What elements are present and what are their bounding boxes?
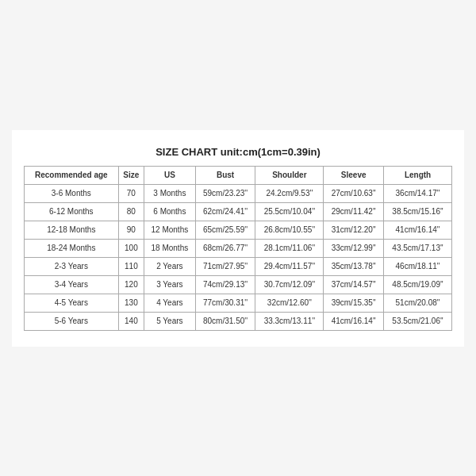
table-cell: 130 (118, 294, 144, 312)
table-row: 3-6 Months703 Months59cm/23.23''24.2cm/9… (25, 184, 452, 202)
table-cell: 4 Years (144, 294, 196, 312)
table-cell: 41cm/16.14'' (324, 312, 384, 330)
table-cell: 29.4cm/11.57'' (255, 257, 324, 275)
table-cell: 2 Years (144, 257, 196, 275)
table-cell: 33cm/12.99'' (324, 239, 384, 257)
column-header: Recommended age (25, 166, 119, 184)
table-row: 18-24 Months10018 Months68cm/26.77''28.1… (25, 239, 452, 257)
table-cell: 59cm/23.23'' (195, 184, 255, 202)
table-cell: 53.5cm/21.06'' (384, 312, 452, 330)
column-header: Size (118, 166, 144, 184)
table-cell: 18-24 Months (25, 239, 119, 257)
table-cell: 80 (118, 202, 144, 221)
table-body: 3-6 Months703 Months59cm/23.23''24.2cm/9… (25, 184, 452, 330)
table-cell: 48.5cm/19.09'' (384, 275, 452, 294)
size-chart-container: SIZE CHART unit:cm(1cm=0.39in) Recommend… (12, 130, 464, 347)
table-cell: 65cm/25.59'' (195, 221, 255, 239)
table-cell: 35cm/13.78'' (324, 257, 384, 275)
table-cell: 3 Years (144, 275, 196, 294)
table-cell: 32cm/12.60'' (255, 294, 324, 312)
table-cell: 71cm/27.95'' (195, 257, 255, 275)
table-cell: 120 (118, 275, 144, 294)
table-cell: 62cm/24.41'' (195, 202, 255, 221)
table-cell: 24.2cm/9.53'' (255, 184, 324, 202)
table-cell: 110 (118, 257, 144, 275)
table-cell: 6-12 Months (25, 202, 119, 221)
table-cell: 18 Months (144, 239, 196, 257)
chart-title: SIZE CHART unit:cm(1cm=0.39in) (24, 146, 452, 158)
column-header: Length (384, 166, 452, 184)
table-header-row: Recommended ageSizeUSBustShoulderSleeveL… (25, 166, 452, 184)
column-header: Shoulder (255, 166, 324, 184)
table-row: 4-5 Years1304 Years77cm/30.31''32cm/12.6… (25, 294, 452, 312)
column-header: Sleeve (324, 166, 384, 184)
table-cell: 37cm/14.57'' (324, 275, 384, 294)
table-cell: 3-6 Months (25, 184, 119, 202)
table-row: 6-12 Months806 Months62cm/24.41''25.5cm/… (25, 202, 452, 221)
column-header: Bust (195, 166, 255, 184)
table-cell: 28.1cm/11.06'' (255, 239, 324, 257)
table-cell: 77cm/30.31'' (195, 294, 255, 312)
table-cell: 100 (118, 239, 144, 257)
table-cell: 68cm/26.77'' (195, 239, 255, 257)
table-row: 12-18 Months9012 Months65cm/25.59''26.8c… (25, 221, 452, 239)
table-cell: 6 Months (144, 202, 196, 221)
size-table: Recommended ageSizeUSBustShoulderSleeveL… (24, 166, 452, 331)
table-cell: 5 Years (144, 312, 196, 330)
column-header: US (144, 166, 196, 184)
table-cell: 36cm/14.17'' (384, 184, 452, 202)
table-cell: 25.5cm/10.04'' (255, 202, 324, 221)
table-cell: 33.3cm/13.11'' (255, 312, 324, 330)
table-cell: 90 (118, 221, 144, 239)
table-cell: 27cm/10.63'' (324, 184, 384, 202)
table-cell: 41cm/16.14'' (384, 221, 452, 239)
table-row: 3-4 Years1203 Years74cm/29.13''30.7cm/12… (25, 275, 452, 294)
table-cell: 70 (118, 184, 144, 202)
table-cell: 74cm/29.13'' (195, 275, 255, 294)
table-cell: 30.7cm/12.09'' (255, 275, 324, 294)
table-cell: 3-4 Years (25, 275, 119, 294)
table-cell: 5-6 Years (25, 312, 119, 330)
table-cell: 80cm/31.50'' (195, 312, 255, 330)
table-cell: 38.5cm/15.16'' (384, 202, 452, 221)
table-cell: 51cm/20.08'' (384, 294, 452, 312)
table-cell: 39cm/15.35'' (324, 294, 384, 312)
table-cell: 26.8cm/10.55'' (255, 221, 324, 239)
table-cell: 29cm/11.42'' (324, 202, 384, 221)
table-cell: 3 Months (144, 184, 196, 202)
table-cell: 43.5cm/17.13'' (384, 239, 452, 257)
table-cell: 12 Months (144, 221, 196, 239)
table-cell: 46cm/18.11'' (384, 257, 452, 275)
table-cell: 140 (118, 312, 144, 330)
table-cell: 2-3 Years (25, 257, 119, 275)
table-cell: 12-18 Months (25, 221, 119, 239)
table-row: 2-3 Years1102 Years71cm/27.95''29.4cm/11… (25, 257, 452, 275)
table-row: 5-6 Years1405 Years80cm/31.50''33.3cm/13… (25, 312, 452, 330)
table-cell: 31cm/12.20'' (324, 221, 384, 239)
table-cell: 4-5 Years (25, 294, 119, 312)
